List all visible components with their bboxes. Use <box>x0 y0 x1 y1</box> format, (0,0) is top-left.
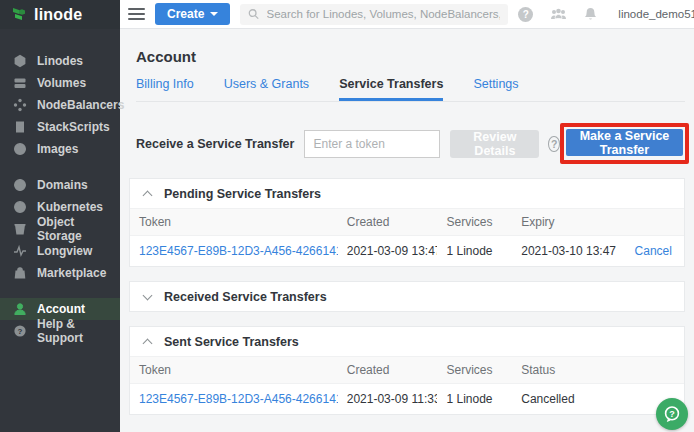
sidebar-item-stackscripts[interactable]: StackScripts <box>0 116 120 138</box>
search-icon <box>248 8 259 20</box>
status-cell: Cancelled <box>512 392 628 406</box>
help-support-icon: ? <box>13 324 27 338</box>
logo-wordmark: linode <box>34 6 82 24</box>
create-button-label: Create <box>167 7 204 21</box>
pending-transfers-card: Pending Service Transfers Token Created … <box>129 178 685 267</box>
sidebar-item-volumes[interactable]: Volumes <box>0 72 120 94</box>
pending-table-header: Token Created Services Expiry <box>130 208 684 236</box>
sidebar-label: Object Storage <box>37 215 120 243</box>
linode-logo-icon <box>12 7 27 23</box>
receive-transfer-row: Receive a Service Transfer Review Detail… <box>136 123 685 164</box>
account-menu[interactable]: linode_demo512 <box>618 5 694 24</box>
sidebar-label: Account <box>37 302 85 316</box>
sidebar-item-object-storage[interactable]: Object Storage <box>0 218 120 240</box>
token-link[interactable]: 123E4567-E89B-12D3-A456-426614174000 <box>139 244 338 258</box>
expiry-cell: 2021-03-10 13:47 <box>512 244 628 258</box>
collapse-chevron-icon <box>143 338 153 348</box>
services-cell: 1 Linode <box>437 244 512 258</box>
column-header-token: Token <box>130 363 338 377</box>
sidebar-label: Linodes <box>37 54 83 68</box>
account-icon <box>13 302 27 316</box>
table-row: 123E4567-E89B-12D3-A456-426614174000 202… <box>130 236 684 266</box>
longview-icon <box>13 244 27 258</box>
svg-text:?: ? <box>669 409 675 419</box>
sent-section-toggle[interactable]: Sent Service Transfers <box>130 327 684 356</box>
created-cell: 2021-03-09 11:33 <box>338 392 438 406</box>
linode-cloud-manager-window: linode Create ? <box>0 0 694 432</box>
hamburger-menu-icon[interactable] <box>128 5 145 23</box>
cancel-link[interactable]: Cancel <box>635 244 672 258</box>
section-title: Pending Service Transfers <box>164 187 321 201</box>
help-chat-button[interactable]: ? <box>656 398 688 430</box>
domains-icon <box>13 178 27 192</box>
object-storage-icon <box>13 222 27 236</box>
sidebar-label: Help & Support <box>37 317 120 345</box>
sidebar-divider <box>0 284 120 298</box>
tab-bar: Billing Info Users & Grants Service Tran… <box>136 77 685 102</box>
make-service-transfer-button[interactable]: Make a Service Transfer <box>566 129 683 156</box>
received-transfers-card: Received Service Transfers <box>129 281 685 312</box>
main-content: Account Billing Info Users & Grants Serv… <box>120 29 694 432</box>
username: linode_demo512 <box>618 8 694 20</box>
collapse-chevron-icon <box>143 190 153 200</box>
svg-text:?: ? <box>18 327 23 336</box>
help-chat-icon: ? <box>662 404 682 424</box>
token-input[interactable] <box>304 130 440 158</box>
sidebar-label: StackScripts <box>37 120 110 134</box>
sidebar-item-domains[interactable]: Domains <box>0 174 120 196</box>
kubernetes-icon <box>13 200 27 214</box>
column-header-services: Services <box>437 363 512 377</box>
help-icon[interactable]: ? <box>518 7 533 22</box>
top-bar: linode Create ? <box>0 0 694 29</box>
tab-users-grants[interactable]: Users & Grants <box>224 77 309 101</box>
section-title: Received Service Transfers <box>164 290 327 304</box>
table-row: 123E4567-E89B-12D3-A456-426614174001 202… <box>130 384 684 414</box>
volumes-icon <box>13 76 27 90</box>
tab-billing-info[interactable]: Billing Info <box>136 77 194 101</box>
notifications-bell-icon[interactable] <box>584 7 597 21</box>
tab-settings[interactable]: Settings <box>473 77 518 101</box>
token-link[interactable]: 123E4567-E89B-12D3-A456-426614174001 <box>139 392 338 406</box>
sidebar-label: Images <box>37 142 78 156</box>
services-cell: 1 Linode <box>437 392 512 406</box>
review-details-button[interactable]: Review Details <box>450 130 539 158</box>
received-section-toggle[interactable]: Received Service Transfers <box>130 282 684 311</box>
search-input[interactable] <box>267 8 501 20</box>
column-header-expiry: Expiry <box>512 215 628 229</box>
sidebar-item-longview[interactable]: Longview <box>0 240 120 262</box>
sent-table-header: Token Created Services Status <box>130 356 684 384</box>
sidebar-item-images[interactable]: Images <box>0 138 120 160</box>
marketplace-icon <box>13 266 27 280</box>
create-button[interactable]: Create <box>155 3 230 25</box>
sidebar-label: Longview <box>37 244 92 258</box>
sidebar-item-linodes[interactable]: Linodes <box>0 50 120 72</box>
column-header-services: Services <box>437 215 512 229</box>
sidebar-label: NodeBalancers <box>37 98 124 112</box>
column-header-created: Created <box>338 363 438 377</box>
expand-chevron-icon <box>143 291 153 301</box>
community-icon[interactable] <box>550 8 567 21</box>
linode-logo[interactable]: linode <box>0 0 120 29</box>
sidebar-label: Marketplace <box>37 266 106 280</box>
help-tooltip-icon[interactable]: ? <box>548 136 560 152</box>
sidebar-item-help-support[interactable]: ? Help & Support <box>0 320 120 342</box>
section-title: Sent Service Transfers <box>164 335 299 349</box>
sidebar-label: Kubernetes <box>37 200 103 214</box>
sidebar-label: Volumes <box>37 76 86 90</box>
search-bar[interactable] <box>240 4 508 25</box>
annotation-highlight-box: Make a Service Transfer <box>560 123 689 164</box>
sidebar-divider <box>0 160 120 174</box>
sidebar-label: Domains <box>37 178 88 192</box>
sidebar: Linodes Volumes NodeBalancers StackScrip… <box>0 29 120 432</box>
tab-service-transfers[interactable]: Service Transfers <box>339 77 443 101</box>
linodes-icon <box>13 54 27 68</box>
images-icon <box>13 142 27 156</box>
sidebar-item-nodebalancers[interactable]: NodeBalancers <box>0 94 120 116</box>
chevron-down-icon <box>210 12 218 16</box>
sidebar-item-marketplace[interactable]: Marketplace <box>0 262 120 284</box>
top-bar-icons: ? linode_demo512 <box>518 5 694 24</box>
pending-section-toggle[interactable]: Pending Service Transfers <box>130 179 684 208</box>
stackscripts-icon <box>13 120 27 134</box>
column-header-token: Token <box>130 215 338 229</box>
page-title: Account <box>136 48 685 65</box>
